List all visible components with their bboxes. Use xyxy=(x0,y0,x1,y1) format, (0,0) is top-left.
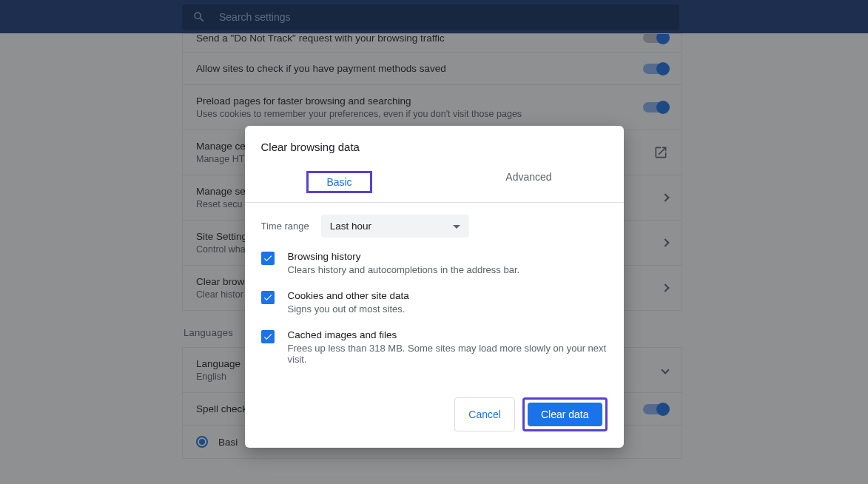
checkbox-icon[interactable] xyxy=(261,330,275,343)
checkbox-icon[interactable] xyxy=(261,252,275,265)
time-range-select[interactable]: Last hour xyxy=(321,215,469,238)
check-browsing-history[interactable]: Browsing history Clears history and auto… xyxy=(261,251,608,275)
check-sub: Frees up less than 318 MB. Some sites ma… xyxy=(288,343,608,365)
check-sub: Clears history and autocompletions in th… xyxy=(288,264,520,275)
clear-data-highlight: Clear data xyxy=(522,397,608,431)
clear-browsing-dialog: Clear browsing data Basic Advanced Time … xyxy=(245,126,624,448)
time-range-label: Time range xyxy=(261,221,309,232)
time-range-row: Time range Last hour xyxy=(261,215,608,238)
dialog-actions: Cancel Clear data xyxy=(245,386,624,448)
check-title: Cookies and other site data xyxy=(288,290,409,301)
cancel-button[interactable]: Cancel xyxy=(454,397,515,431)
checkbox-icon[interactable] xyxy=(261,291,275,304)
check-cookies[interactable]: Cookies and other site data Signs you ou… xyxy=(261,290,608,315)
tab-advanced[interactable]: Advanced xyxy=(434,162,624,202)
tab-basic-label: Basic xyxy=(306,171,371,193)
check-cache[interactable]: Cached images and files Frees up less th… xyxy=(261,329,608,365)
clear-data-button[interactable]: Clear data xyxy=(528,403,602,426)
dialog-title: Clear browsing data xyxy=(245,126,624,162)
check-title: Cached images and files xyxy=(288,329,608,340)
check-title: Browsing history xyxy=(288,251,520,262)
check-sub: Signs you out of most sites. xyxy=(288,303,409,315)
dialog-tabs: Basic Advanced xyxy=(245,162,624,203)
modal-overlay: Clear browsing data Basic Advanced Time … xyxy=(0,0,868,484)
tab-basic[interactable]: Basic xyxy=(245,162,434,202)
